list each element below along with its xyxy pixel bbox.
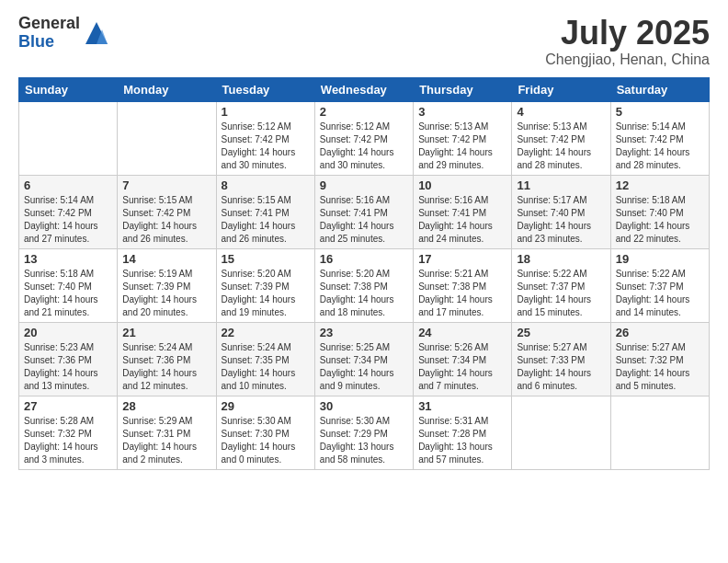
day-cell: 19Sunrise: 5:22 AM Sunset: 7:37 PM Dayli…	[610, 248, 709, 322]
day-cell: 17Sunrise: 5:21 AM Sunset: 7:38 PM Dayli…	[414, 248, 512, 322]
day-cell: 16Sunrise: 5:20 AM Sunset: 7:38 PM Dayli…	[314, 248, 413, 322]
day-cell	[610, 396, 709, 469]
day-cell: 18Sunrise: 5:22 AM Sunset: 7:37 PM Dayli…	[512, 248, 610, 322]
day-cell	[19, 101, 118, 175]
day-cell: 21Sunrise: 5:24 AM Sunset: 7:36 PM Dayli…	[118, 322, 216, 396]
day-number: 21	[122, 326, 210, 339]
day-info: Sunrise: 5:13 AM Sunset: 7:42 PM Dayligh…	[418, 121, 506, 172]
day-info: Sunrise: 5:12 AM Sunset: 7:42 PM Dayligh…	[320, 121, 408, 172]
day-cell: 31Sunrise: 5:31 AM Sunset: 7:28 PM Dayli…	[414, 396, 512, 469]
day-info: Sunrise: 5:19 AM Sunset: 7:39 PM Dayligh…	[122, 268, 210, 319]
day-cell: 7Sunrise: 5:15 AM Sunset: 7:42 PM Daylig…	[118, 175, 216, 248]
calendar-table: Sunday Monday Tuesday Wednesday Thursday…	[18, 77, 710, 470]
day-info: Sunrise: 5:22 AM Sunset: 7:37 PM Dayligh…	[517, 268, 605, 319]
day-number: 28	[122, 399, 210, 413]
day-cell: 20Sunrise: 5:23 AM Sunset: 7:36 PM Dayli…	[19, 322, 118, 396]
day-number: 27	[24, 399, 112, 413]
day-info: Sunrise: 5:21 AM Sunset: 7:38 PM Dayligh…	[418, 268, 506, 319]
day-number: 15	[222, 252, 310, 266]
day-number: 10	[418, 178, 506, 192]
header-row: Sunday Monday Tuesday Wednesday Thursday…	[19, 77, 710, 101]
day-cell: 15Sunrise: 5:20 AM Sunset: 7:39 PM Dayli…	[216, 248, 314, 322]
week-row-4: 20Sunrise: 5:23 AM Sunset: 7:36 PM Dayli…	[19, 322, 710, 396]
week-row-2: 6Sunrise: 5:14 AM Sunset: 7:42 PM Daylig…	[19, 175, 710, 248]
day-number: 4	[517, 105, 605, 119]
day-cell: 25Sunrise: 5:27 AM Sunset: 7:33 PM Dayli…	[512, 322, 610, 396]
day-info: Sunrise: 5:14 AM Sunset: 7:42 PM Dayligh…	[616, 121, 704, 172]
week-row-5: 27Sunrise: 5:28 AM Sunset: 7:32 PM Dayli…	[19, 396, 710, 469]
page: General Blue July 2025 Chengjiao, Henan,…	[0, 0, 728, 563]
logo-icon	[84, 20, 109, 46]
day-cell: 10Sunrise: 5:16 AM Sunset: 7:41 PM Dayli…	[414, 175, 512, 248]
day-number: 12	[616, 178, 704, 192]
day-info: Sunrise: 5:16 AM Sunset: 7:41 PM Dayligh…	[320, 194, 408, 246]
day-number: 19	[616, 252, 704, 266]
day-cell: 12Sunrise: 5:18 AM Sunset: 7:40 PM Dayli…	[610, 175, 709, 248]
day-cell: 13Sunrise: 5:18 AM Sunset: 7:40 PM Dayli…	[19, 248, 118, 322]
day-info: Sunrise: 5:23 AM Sunset: 7:36 PM Dayligh…	[24, 341, 112, 393]
day-info: Sunrise: 5:30 AM Sunset: 7:30 PM Dayligh…	[222, 415, 310, 466]
col-tuesday: Tuesday	[216, 77, 314, 101]
day-cell: 6Sunrise: 5:14 AM Sunset: 7:42 PM Daylig…	[19, 175, 118, 248]
day-info: Sunrise: 5:25 AM Sunset: 7:34 PM Dayligh…	[320, 341, 408, 393]
day-cell: 1Sunrise: 5:12 AM Sunset: 7:42 PM Daylig…	[216, 101, 314, 175]
day-number: 5	[616, 105, 704, 119]
day-number: 18	[517, 252, 605, 266]
day-number: 29	[222, 399, 310, 413]
col-sunday: Sunday	[19, 77, 118, 101]
day-cell: 14Sunrise: 5:19 AM Sunset: 7:39 PM Dayli…	[118, 248, 216, 322]
day-info: Sunrise: 5:27 AM Sunset: 7:33 PM Dayligh…	[517, 341, 605, 393]
day-number: 6	[24, 178, 112, 192]
day-number: 23	[320, 326, 408, 339]
day-info: Sunrise: 5:26 AM Sunset: 7:34 PM Dayligh…	[418, 341, 506, 393]
day-number: 2	[320, 105, 408, 119]
day-number: 25	[517, 326, 605, 339]
day-number: 22	[222, 326, 310, 339]
day-info: Sunrise: 5:31 AM Sunset: 7:28 PM Dayligh…	[418, 415, 506, 466]
day-number: 8	[222, 178, 310, 192]
day-info: Sunrise: 5:20 AM Sunset: 7:38 PM Dayligh…	[320, 268, 408, 319]
header: General Blue July 2025 Chengjiao, Henan,…	[18, 15, 710, 68]
day-info: Sunrise: 5:14 AM Sunset: 7:42 PM Dayligh…	[24, 194, 112, 246]
day-info: Sunrise: 5:20 AM Sunset: 7:39 PM Dayligh…	[222, 268, 310, 319]
day-number: 14	[122, 252, 210, 266]
day-info: Sunrise: 5:29 AM Sunset: 7:31 PM Dayligh…	[122, 415, 210, 466]
logo-blue: Blue	[18, 33, 80, 52]
col-wednesday: Wednesday	[314, 77, 413, 101]
day-cell: 9Sunrise: 5:16 AM Sunset: 7:41 PM Daylig…	[314, 175, 413, 248]
day-number: 24	[418, 326, 506, 339]
day-info: Sunrise: 5:17 AM Sunset: 7:40 PM Dayligh…	[517, 194, 605, 246]
day-info: Sunrise: 5:15 AM Sunset: 7:41 PM Dayligh…	[222, 194, 310, 246]
day-number: 17	[418, 252, 506, 266]
day-info: Sunrise: 5:13 AM Sunset: 7:42 PM Dayligh…	[517, 121, 605, 172]
day-number: 3	[418, 105, 506, 119]
day-number: 11	[517, 178, 605, 192]
col-monday: Monday	[118, 77, 216, 101]
day-info: Sunrise: 5:12 AM Sunset: 7:42 PM Dayligh…	[222, 121, 310, 172]
day-cell: 2Sunrise: 5:12 AM Sunset: 7:42 PM Daylig…	[314, 101, 413, 175]
day-cell: 26Sunrise: 5:27 AM Sunset: 7:32 PM Dayli…	[610, 322, 709, 396]
day-cell: 30Sunrise: 5:30 AM Sunset: 7:29 PM Dayli…	[314, 396, 413, 469]
day-cell: 4Sunrise: 5:13 AM Sunset: 7:42 PM Daylig…	[512, 101, 610, 175]
day-cell: 23Sunrise: 5:25 AM Sunset: 7:34 PM Dayli…	[314, 322, 413, 396]
day-info: Sunrise: 5:30 AM Sunset: 7:29 PM Dayligh…	[320, 415, 408, 466]
day-cell	[118, 101, 216, 175]
day-number: 13	[24, 252, 112, 266]
day-number: 9	[320, 178, 408, 192]
day-info: Sunrise: 5:22 AM Sunset: 7:37 PM Dayligh…	[616, 268, 704, 319]
day-cell: 28Sunrise: 5:29 AM Sunset: 7:31 PM Dayli…	[118, 396, 216, 469]
day-number: 7	[122, 178, 210, 192]
day-number: 26	[616, 326, 704, 339]
day-number: 31	[418, 399, 506, 413]
day-number: 1	[222, 105, 310, 119]
day-cell: 3Sunrise: 5:13 AM Sunset: 7:42 PM Daylig…	[414, 101, 512, 175]
day-info: Sunrise: 5:27 AM Sunset: 7:32 PM Dayligh…	[616, 341, 704, 393]
day-cell: 29Sunrise: 5:30 AM Sunset: 7:30 PM Dayli…	[216, 396, 314, 469]
subtitle: Chengjiao, Henan, China	[545, 52, 710, 68]
logo: General Blue	[18, 15, 109, 52]
day-info: Sunrise: 5:18 AM Sunset: 7:40 PM Dayligh…	[24, 268, 112, 319]
day-info: Sunrise: 5:16 AM Sunset: 7:41 PM Dayligh…	[418, 194, 506, 246]
day-info: Sunrise: 5:24 AM Sunset: 7:35 PM Dayligh…	[222, 341, 310, 393]
day-number: 16	[320, 252, 408, 266]
month-title: July 2025	[545, 15, 710, 52]
